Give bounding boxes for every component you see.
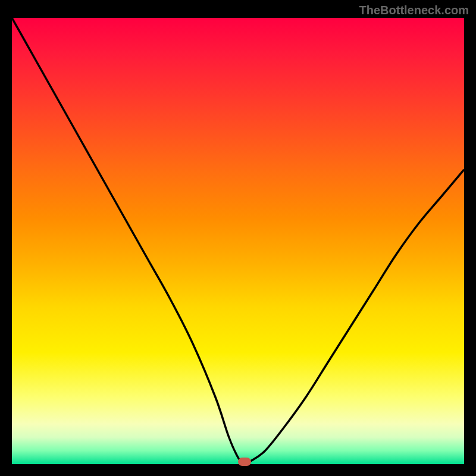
curve-svg <box>12 18 464 464</box>
watermark-text: TheBottleneck.com <box>359 4 469 17</box>
chart-container: TheBottleneck.com <box>0 0 476 476</box>
plot-area <box>12 18 464 464</box>
bottleneck-curve-path <box>12 18 464 462</box>
minimum-marker <box>238 458 251 466</box>
